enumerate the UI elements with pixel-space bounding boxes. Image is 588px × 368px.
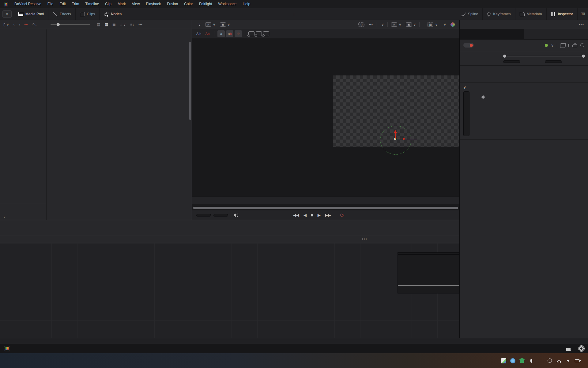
tab-tools[interactable] bbox=[460, 29, 524, 39]
viewer-scrollbar[interactable] bbox=[193, 207, 458, 209]
viewer-layout-dropdown[interactable]: ▣∨ bbox=[218, 22, 232, 27]
minimize-button[interactable] bbox=[551, 0, 564, 8]
render-in-field[interactable] bbox=[196, 214, 211, 217]
forward-icon[interactable]: › bbox=[17, 22, 22, 27]
menu-color[interactable]: Color bbox=[181, 0, 196, 8]
char-style-ab2-icon[interactable]: ab bbox=[235, 30, 242, 37]
global-out-field[interactable] bbox=[545, 60, 562, 63]
thumbnail-size-slider[interactable] bbox=[51, 24, 90, 25]
viewer-channel-dropdown[interactable]: A∨ bbox=[203, 22, 218, 27]
cloud-download-icon[interactable]: ◠↓ bbox=[30, 22, 38, 27]
char-style-ab-icon[interactable]: ab bbox=[226, 30, 233, 37]
go-to-end-button[interactable]: ▶▶ bbox=[325, 213, 331, 217]
viewer-zoom-dropdown[interactable]: ∨ bbox=[194, 22, 203, 27]
stop-button[interactable]: ■ bbox=[311, 213, 313, 217]
viewer-canvas[interactable] bbox=[192, 39, 459, 196]
text-section-header[interactable]: ∨ bbox=[460, 83, 588, 91]
menu-playback[interactable]: Playback bbox=[143, 0, 164, 8]
project-settings-icon[interactable] bbox=[579, 346, 584, 351]
smart-bin-keywords[interactable] bbox=[0, 209, 46, 213]
viewer-color-dropdown[interactable]: A∨ bbox=[389, 22, 404, 27]
modifier-node-2-icon[interactable] bbox=[256, 31, 262, 36]
nodes-options-icon[interactable]: ••• bbox=[362, 237, 368, 241]
panel-toggle-media-pool[interactable]: Media Pool bbox=[14, 8, 48, 20]
node-color-dropdown[interactable]: ∨ bbox=[551, 43, 554, 48]
keyframe-diamond[interactable] bbox=[481, 95, 485, 99]
timeline-ruler[interactable] bbox=[192, 196, 459, 204]
menu-trim[interactable]: Trim bbox=[69, 0, 82, 8]
list-view-icon[interactable]: ☰ bbox=[111, 22, 117, 27]
menu-view[interactable]: View bbox=[129, 0, 143, 8]
panel-toggle-metadata[interactable]: Metadata bbox=[515, 8, 547, 20]
viewer-lut-dropdown[interactable]: ∨ bbox=[440, 22, 448, 27]
panel-toggle-keyframes[interactable]: Keyframes bbox=[483, 8, 515, 20]
tray-clock-icon[interactable] bbox=[548, 358, 552, 363]
global-in-out-slider[interactable] bbox=[503, 54, 584, 58]
bin-list-toggle-icon[interactable]: ▯ ∨ bbox=[2, 22, 11, 27]
project-manager-icon[interactable] bbox=[566, 348, 571, 351]
text-cursor-tool-icon[interactable]: A|b bbox=[195, 30, 202, 37]
tray-app-icon[interactable] bbox=[510, 358, 515, 363]
menu-edit[interactable]: Edit bbox=[56, 0, 69, 8]
loop-button[interactable]: ⟳ bbox=[340, 212, 344, 218]
char-style-a-icon[interactable]: a bbox=[217, 30, 225, 37]
inspector-options-icon[interactable]: ••• bbox=[579, 22, 584, 27]
pin-icon[interactable] bbox=[568, 44, 569, 47]
panel-layout-icon[interactable]: ⌧ bbox=[578, 8, 588, 20]
tray-mic-icon[interactable] bbox=[530, 359, 532, 362]
tab-modifiers[interactable] bbox=[524, 29, 588, 39]
menu-davinci-resolve[interactable]: DaVinci Resolve bbox=[11, 0, 44, 8]
sort-icon[interactable]: ≡↓ bbox=[129, 22, 136, 27]
thumbnail-view-icon[interactable]: ▦ bbox=[103, 22, 110, 27]
volume-icon[interactable] bbox=[567, 359, 569, 362]
versions-icon[interactable] bbox=[560, 44, 565, 48]
panel-toggle-clips[interactable]: Clips bbox=[76, 8, 100, 20]
menu-workspace[interactable]: Workspace bbox=[215, 0, 240, 8]
step-back-button[interactable]: ◀ bbox=[303, 213, 307, 217]
viewer-fit-dropdown[interactable]: ∨ bbox=[378, 22, 386, 27]
menu-mark[interactable]: Mark bbox=[115, 0, 129, 8]
wifi-icon[interactable] bbox=[557, 360, 561, 363]
battery-icon[interactable] bbox=[575, 359, 580, 362]
media-pool-scrollbar[interactable] bbox=[189, 42, 191, 120]
menu-fusion[interactable]: Fusion bbox=[164, 0, 181, 8]
search-icon[interactable]: ◌ ∨ bbox=[119, 22, 127, 27]
lock-icon[interactable] bbox=[572, 44, 577, 47]
menu-file[interactable]: File bbox=[44, 0, 56, 8]
smart-bin-collections[interactable]: › bbox=[0, 213, 46, 217]
node-color-dot[interactable] bbox=[545, 44, 548, 47]
back-icon[interactable]: ‹ bbox=[12, 22, 16, 27]
styled-text-input[interactable] bbox=[463, 91, 469, 136]
node-enable-toggle[interactable] bbox=[463, 43, 474, 48]
menu-clip[interactable]: Clip bbox=[102, 0, 115, 8]
maximize-button[interactable] bbox=[564, 0, 576, 8]
tray-security-icon[interactable] bbox=[519, 358, 525, 363]
render-out-field[interactable] bbox=[213, 214, 228, 217]
panel-toggle-spline[interactable]: Spline bbox=[457, 8, 483, 20]
menu-timeline[interactable]: Timeline bbox=[82, 0, 102, 8]
close-button[interactable] bbox=[576, 0, 588, 8]
modifier-node-1-icon[interactable] bbox=[248, 31, 254, 36]
global-in-field[interactable] bbox=[503, 60, 520, 63]
panel-toggle-inspector[interactable]: Inspector bbox=[547, 8, 578, 20]
menu-fairlight[interactable]: Fairlight bbox=[196, 0, 215, 8]
menu-help[interactable]: Help bbox=[239, 0, 253, 8]
relink-media-icon[interactable]: ⚯ bbox=[23, 22, 29, 27]
tray-language-icon[interactable] bbox=[538, 358, 543, 363]
viewer-roi-icon[interactable]: □ bbox=[356, 22, 367, 27]
modifier-node-3-icon[interactable] bbox=[263, 31, 269, 36]
bin-item-master[interactable] bbox=[0, 29, 46, 35]
go-to-start-button[interactable]: ◀◀ bbox=[293, 213, 299, 217]
viewer-options-icon[interactable]: ••• bbox=[367, 22, 375, 27]
tray-photos-icon[interactable] bbox=[501, 358, 506, 363]
audio-mute-icon[interactable] bbox=[234, 213, 239, 217]
node-graph[interactable] bbox=[0, 243, 459, 338]
panel-toggle-nodes[interactable]: Nodes bbox=[100, 8, 126, 20]
viewer-split-dropdown[interactable]: ▣∨ bbox=[404, 22, 418, 27]
reset-icon[interactable] bbox=[580, 43, 584, 47]
quick-export-dropdown[interactable]: ∨ bbox=[2, 10, 12, 18]
viewer-mask-dropdown[interactable]: ▩∨ bbox=[425, 22, 440, 27]
color-wheel-icon[interactable] bbox=[448, 22, 457, 27]
text-select-tool-icon[interactable]: A̤b bbox=[204, 30, 211, 37]
media-pool-options-icon[interactable]: ••• bbox=[137, 22, 144, 27]
